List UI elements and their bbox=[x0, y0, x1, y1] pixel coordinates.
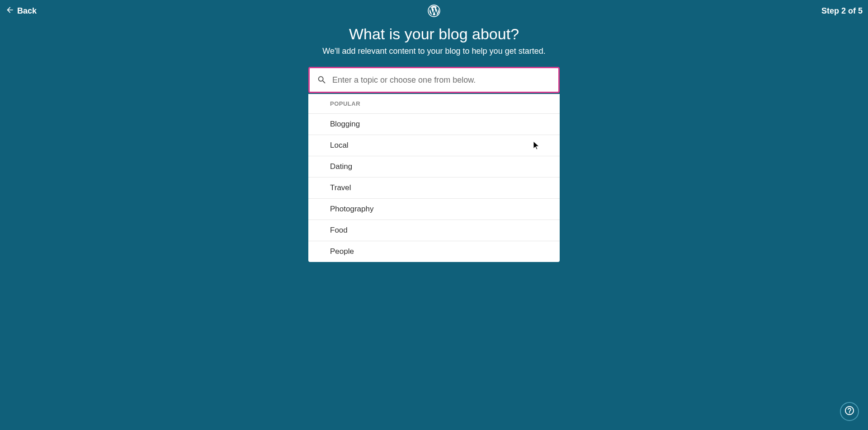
wordpress-logo-icon bbox=[428, 5, 440, 19]
back-button[interactable]: Back bbox=[5, 5, 37, 17]
topic-option-local[interactable]: Local bbox=[308, 135, 560, 156]
topic-option-food[interactable]: Food bbox=[308, 220, 560, 241]
search-icon bbox=[317, 74, 332, 87]
step-indicator: Step 2 of 5 bbox=[821, 6, 863, 16]
page-subtitle: We'll add relevant content to your blog … bbox=[322, 47, 545, 56]
question-mark-icon bbox=[844, 405, 855, 418]
search-box[interactable] bbox=[308, 67, 560, 93]
topic-search-input[interactable] bbox=[332, 75, 551, 85]
topic-option-travel[interactable]: Travel bbox=[308, 178, 560, 199]
page-title: What is your blog about? bbox=[349, 25, 519, 43]
dropdown-header: POPULAR bbox=[308, 94, 560, 114]
topic-dropdown: POPULAR Blogging Local Dating Travel Pho… bbox=[308, 94, 560, 262]
help-button[interactable] bbox=[840, 402, 859, 421]
topic-option-blogging[interactable]: Blogging bbox=[308, 114, 560, 135]
topic-option-photography[interactable]: Photography bbox=[308, 199, 560, 220]
topic-option-people[interactable]: People bbox=[308, 241, 560, 262]
topic-option-dating[interactable]: Dating bbox=[308, 156, 560, 178]
back-label: Back bbox=[17, 6, 37, 16]
arrow-left-icon bbox=[5, 5, 14, 17]
